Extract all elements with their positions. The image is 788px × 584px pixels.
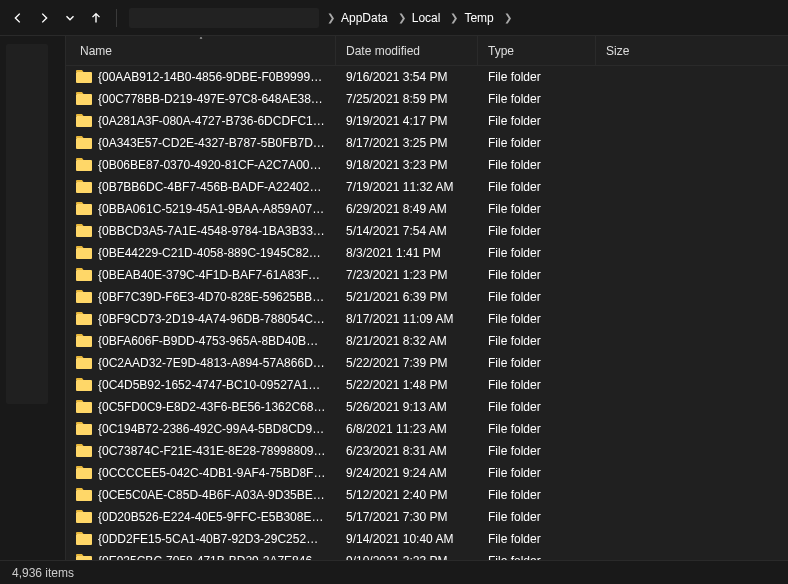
file-row[interactable]: {0B7BB6DC-4BF7-456B-BADF-A22402ECB...7/1… xyxy=(66,176,788,198)
recent-locations-button[interactable] xyxy=(58,6,82,30)
file-row[interactable]: {0B06BE87-0370-4920-81CF-A2C7A005FB...9/… xyxy=(66,154,788,176)
cell-name: {0CCCCEE5-042C-4DB1-9AF4-75BD8F311... xyxy=(66,466,336,480)
cell-name: {0B7BB6DC-4BF7-456B-BADF-A22402ECB... xyxy=(66,180,336,194)
file-row[interactable]: {0A281A3F-080A-4727-B736-6DCDFC110...9/1… xyxy=(66,110,788,132)
address-bar[interactable]: ❯ AppData ❯ Local ❯ Temp ❯ xyxy=(123,4,782,32)
cell-type: File folder xyxy=(478,312,596,326)
column-header-type[interactable]: Type xyxy=(478,36,596,65)
cell-name: {0C4D5B92-1652-4747-BC10-09527A102B... xyxy=(66,378,336,392)
cell-name: {0A343E57-CD2E-4327-B787-5B0FB7D22A... xyxy=(66,136,336,150)
file-row[interactable]: {0CE5C0AE-C85D-4B6F-A03A-9D35BE42B...5/1… xyxy=(66,484,788,506)
cell-type: File folder xyxy=(478,510,596,524)
svg-rect-3 xyxy=(76,138,92,149)
chevron-right-icon[interactable]: ❯ xyxy=(446,12,462,23)
file-row[interactable]: {0DD2FE15-5CA1-40B7-92D3-29C252E31...9/1… xyxy=(66,528,788,550)
arrow-left-icon xyxy=(11,11,25,25)
column-label: Name xyxy=(80,44,112,58)
folder-icon xyxy=(76,290,92,304)
cell-name: {0BF9CD73-2D19-4A74-96DB-788054C13... xyxy=(66,312,336,326)
file-name: {0BFA606F-B9DD-4753-965A-8BD40BA79... xyxy=(98,334,326,348)
cell-type: File folder xyxy=(478,356,596,370)
cell-date: 5/26/2021 9:13 AM xyxy=(336,400,478,414)
cell-name: {0CE5C0AE-C85D-4B6F-A03A-9D35BE42B... xyxy=(66,488,336,502)
file-list-pane: ˄ Name Date modified Type Size {00AAB912… xyxy=(66,36,788,560)
cell-name: {0C73874C-F21E-431E-8E28-789988094BF5} xyxy=(66,444,336,458)
breadcrumb-item[interactable]: Temp xyxy=(462,4,499,32)
svg-rect-13 xyxy=(76,358,92,369)
file-row[interactable]: {0A343E57-CD2E-4327-B787-5B0FB7D22A...8/… xyxy=(66,132,788,154)
file-name: {0C5FD0C9-E8D2-43F6-BE56-1362C683D2... xyxy=(98,400,326,414)
folder-icon xyxy=(76,400,92,414)
nav-tree-placeholder xyxy=(6,44,48,404)
column-header-size[interactable]: Size xyxy=(596,36,696,65)
cell-type: File folder xyxy=(478,444,596,458)
cell-type: File folder xyxy=(478,180,596,194)
cell-date: 8/17/2021 11:09 AM xyxy=(336,312,478,326)
folder-icon xyxy=(76,510,92,524)
svg-rect-12 xyxy=(76,336,92,347)
file-row[interactable]: {0C73874C-F21E-431E-8E28-789988094BF5}6/… xyxy=(66,440,788,462)
folder-icon xyxy=(76,444,92,458)
breadcrumb-item[interactable]: Local xyxy=(410,4,447,32)
file-row[interactable]: {0BBA061C-5219-45A1-9BAA-A859A0782...6/2… xyxy=(66,198,788,220)
cell-date: 9/16/2021 3:54 PM xyxy=(336,70,478,84)
svg-rect-0 xyxy=(76,72,92,83)
up-button[interactable] xyxy=(84,6,108,30)
folder-icon xyxy=(76,268,92,282)
svg-rect-16 xyxy=(76,424,92,435)
file-row[interactable]: {0BEAB40E-379C-4F1D-BAF7-61A83FD6B...7/2… xyxy=(66,264,788,286)
file-row[interactable]: {0C194B72-2386-492C-99A4-5BD8CD9A0...6/8… xyxy=(66,418,788,440)
file-row[interactable]: {0D20B526-E224-40E5-9FFC-E5B308EA57...5/… xyxy=(66,506,788,528)
svg-rect-19 xyxy=(76,490,92,501)
cell-type: File folder xyxy=(478,422,596,436)
chevron-right-icon[interactable]: ❯ xyxy=(323,12,339,23)
file-row[interactable]: {0E935CBC-7058-471B-BD29-2A7E8467D7...9/… xyxy=(66,550,788,560)
chevron-right-icon[interactable]: ❯ xyxy=(500,12,516,23)
cell-date: 8/3/2021 1:41 PM xyxy=(336,246,478,260)
file-row[interactable]: {0C2AAD32-7E9D-4813-A894-57A866DCF...5/2… xyxy=(66,352,788,374)
file-row[interactable]: {0C5FD0C9-E8D2-43F6-BE56-1362C683D2...5/… xyxy=(66,396,788,418)
cell-type: File folder xyxy=(478,268,596,282)
cell-date: 6/29/2021 8:49 AM xyxy=(336,202,478,216)
folder-icon xyxy=(76,180,92,194)
cell-type: File folder xyxy=(478,290,596,304)
file-name: {0BBCD3A5-7A1E-4548-9784-1BA3B33E6... xyxy=(98,224,326,238)
back-button[interactable] xyxy=(6,6,30,30)
file-name: {0C73874C-F21E-431E-8E28-789988094BF5} xyxy=(98,444,326,458)
cell-date: 5/22/2021 1:48 PM xyxy=(336,378,478,392)
file-row[interactable]: {00AAB912-14B0-4856-9DBE-F0B999918A...9/… xyxy=(66,66,788,88)
navigation-pane[interactable] xyxy=(0,36,66,560)
breadcrumb-hidden-segment[interactable] xyxy=(129,8,319,28)
file-row[interactable]: {0BF7C39D-F6E3-4D70-828E-59625BBD21...5/… xyxy=(66,286,788,308)
file-name: {0B06BE87-0370-4920-81CF-A2C7A005FB... xyxy=(98,158,326,172)
cell-type: File folder xyxy=(478,334,596,348)
folder-icon xyxy=(76,202,92,216)
file-name: {0BF9CD73-2D19-4A74-96DB-788054C13... xyxy=(98,312,326,326)
cell-type: File folder xyxy=(478,532,596,546)
forward-button[interactable] xyxy=(32,6,56,30)
cell-type: File folder xyxy=(478,488,596,502)
file-row[interactable]: {0BF9CD73-2D19-4A74-96DB-788054C13...8/1… xyxy=(66,308,788,330)
column-header-name[interactable]: ˄ Name xyxy=(66,36,336,65)
file-name: {00AAB912-14B0-4856-9DBE-F0B999918A... xyxy=(98,70,326,84)
file-name: {0CCCCEE5-042C-4DB1-9AF4-75BD8F311... xyxy=(98,466,326,480)
file-row[interactable]: {0C4D5B92-1652-4747-BC10-09527A102B...5/… xyxy=(66,374,788,396)
svg-rect-9 xyxy=(76,270,92,281)
svg-rect-10 xyxy=(76,292,92,303)
file-row[interactable]: {0CCCCEE5-042C-4DB1-9AF4-75BD8F311...9/2… xyxy=(66,462,788,484)
arrow-up-icon xyxy=(89,11,103,25)
folder-icon xyxy=(76,532,92,546)
folder-icon xyxy=(76,158,92,172)
chevron-right-icon[interactable]: ❯ xyxy=(394,12,410,23)
file-row[interactable]: {0BE44229-C21D-4058-889C-1945C820A1...8/… xyxy=(66,242,788,264)
cell-type: File folder xyxy=(478,136,596,150)
svg-rect-4 xyxy=(76,160,92,171)
breadcrumb-item[interactable]: AppData xyxy=(339,4,394,32)
cell-date: 9/18/2021 3:23 PM xyxy=(336,158,478,172)
column-header-date[interactable]: Date modified xyxy=(336,36,478,65)
file-row[interactable]: {0BBCD3A5-7A1E-4548-9784-1BA3B33E6...5/1… xyxy=(66,220,788,242)
file-row[interactable]: {0BFA606F-B9DD-4753-965A-8BD40BA79...8/2… xyxy=(66,330,788,352)
file-row[interactable]: {00C778BB-D219-497E-97C8-648AE387A7...7/… xyxy=(66,88,788,110)
cell-type: File folder xyxy=(478,378,596,392)
cell-date: 7/23/2021 1:23 PM xyxy=(336,268,478,282)
